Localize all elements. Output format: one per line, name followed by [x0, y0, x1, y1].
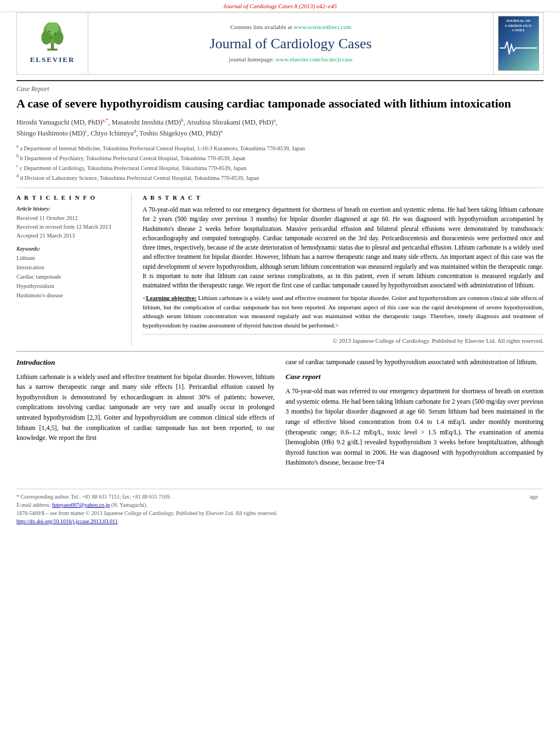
info-abstract-section: A R T I C L E I N F O Article history: R…: [16, 194, 544, 346]
journal-homepage: journal homepage: www.elsevier.com/locat…: [229, 55, 352, 64]
introduction-text: Lithium carbonate is a widely used and e…: [16, 372, 275, 443]
body-right-column: case of cardiac tamponade caused by hypo…: [286, 357, 544, 472]
svg-point-7: [54, 32, 56, 35]
journal-title: Journal of Cardiology Cases: [210, 35, 371, 52]
elsevier-label: ELSEVIER: [30, 55, 75, 65]
issn-line: 1878-5409/$ – see front matter © 2013 Ja…: [16, 509, 278, 517]
accepted-date: Accepted 21 March 2013: [16, 231, 123, 240]
affiliations: a a Department of Internal Medicine, Tok…: [16, 143, 544, 188]
abstract-text: A 70-year-old man was referred to our em…: [143, 205, 544, 330]
journal-header: ELSEVIER Contents lists available at www…: [16, 12, 544, 75]
learning-obj-label: Learning objective:: [146, 295, 196, 301]
affiliation-a: a a Department of Internal Medicine, Tok…: [16, 143, 544, 153]
case-report-text: A 70-year-old man was referred to our em…: [286, 386, 544, 468]
article-title: A case of severe hypothyroidism causing …: [16, 96, 544, 111]
journal-citation-bar: Journal of Cardiology Cases 8 (2013) e42…: [0, 0, 560, 12]
doi-line: http://dx.doi.org/10.1016/j.jccase.2013.…: [16, 517, 278, 525]
body-left-column: Introduction Lithium carbonate is a wide…: [16, 357, 275, 472]
svg-rect-0: [51, 42, 54, 49]
journal-center: Contents lists available at www.scienced…: [88, 13, 494, 74]
author-1: Hiroshi Yamaguchi (MD, PhD)a,*, Masatosh…: [16, 118, 278, 126]
elsevier-logo-box: ELSEVIER: [17, 13, 88, 74]
section-type-label: Case Report: [16, 80, 544, 94]
elsevier-tree-icon: [37, 22, 67, 53]
author-2: Shingo Hashimoto (MD)c, Chiyo Ichimiyad,…: [16, 129, 223, 137]
corresponding-note: * Corresponding author. Tel.: +81 88 631…: [16, 493, 278, 501]
history-label: Article history:: [16, 205, 123, 213]
affiliation-d: d d Division of Laboratory Science, Toku…: [16, 173, 544, 183]
article-content: Case Report A case of severe hypothyroid…: [0, 75, 560, 483]
keyword-1: Lithium: [16, 254, 123, 263]
cover-title: JOURNAL OF CARDIOLOGY CASES: [501, 19, 536, 32]
doi-link[interactable]: http://dx.doi.org/10.1016/j.jccase.2013.…: [16, 518, 118, 524]
email-link[interactable]: futuyaso007@yahoo.co.jp: [52, 502, 110, 508]
journal-citation: Journal of Cardiology Cases 8 (2013) e42…: [223, 3, 337, 9]
abstract-body: A 70-year-old man was referred to our em…: [143, 206, 544, 289]
email-label: E-mail address:: [16, 502, 50, 508]
footer-info: * Corresponding author. Tel.: +81 88 631…: [16, 493, 278, 525]
body-divider: [16, 351, 544, 352]
sciencedirect-link[interactable]: www.sciencedirect.com: [293, 24, 351, 30]
authors-line: Hiroshi Yamaguchi (MD, PhD)a,*, Masatosh…: [16, 117, 544, 139]
email-author: (H. Yamaguchi).: [111, 502, 148, 508]
journal-cover-box: JOURNAL OF CARDIOLOGY CASES: [494, 13, 543, 74]
learning-obj-text: Lithium carbonate is a widely used and e…: [143, 295, 544, 329]
svg-rect-1: [47, 48, 57, 50]
abstract-copyright: © 2013 Japanese College of Cardiology. P…: [143, 334, 544, 345]
received-date: Received 11 October 2012: [16, 214, 123, 223]
introduction-heading: Introduction: [16, 357, 275, 369]
keyword-4: Hypothyroidism: [16, 282, 123, 291]
article-info-column: A R T I C L E I N F O Article history: R…: [16, 194, 132, 346]
affiliation-b: b b Department of Psychiatry, Tokushima …: [16, 153, 544, 163]
journal-cover-image: JOURNAL OF CARDIOLOGY CASES: [498, 16, 539, 71]
page-footer: * Corresponding author. Tel.: +81 88 631…: [16, 489, 544, 528]
introduction-continued: case of cardiac tamponade caused by hypo…: [286, 357, 544, 367]
article-info-title: A R T I C L E I N F O: [16, 194, 123, 202]
abstract-title: A B S T R A C T: [143, 194, 544, 202]
email-line: E-mail address: futuyaso007@yahoo.co.jp …: [16, 501, 278, 509]
case-report-heading: Case report: [286, 371, 544, 383]
page-number: age: [530, 493, 544, 501]
cover-ecg-icon: [500, 37, 537, 59]
body-columns: Introduction Lithium carbonate is a wide…: [16, 357, 544, 472]
affiliation-c: c c Department of Cardiology, Tokushima …: [16, 163, 544, 173]
keyword-5: Hashimoto's disease: [16, 291, 123, 301]
contents-available: Contents lists available at www.scienced…: [230, 23, 351, 31]
received-revised-date: Received in revised form 12 March 2013: [16, 223, 123, 231]
keyword-2: Intoxication: [16, 263, 123, 273]
learning-objective: <Learning objective: Lithium carbonate i…: [143, 293, 544, 330]
svg-point-8: [50, 36, 53, 38]
keyword-3: Cardiac tamponade: [16, 273, 123, 282]
keywords-label: Keywords:: [16, 245, 123, 253]
abstract-column: A B S T R A C T A 70-year-old man was re…: [143, 194, 544, 346]
homepage-link[interactable]: www.elsevier.com/locate/jccase: [275, 56, 352, 63]
svg-point-6: [48, 30, 50, 32]
